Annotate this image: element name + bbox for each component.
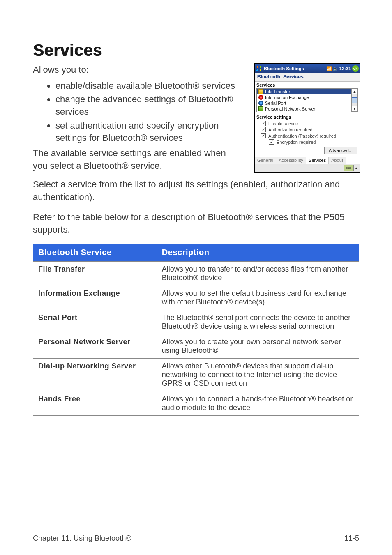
page-heading: Services	[33, 41, 359, 60]
table-row: Information ExchangeAllows you to set th…	[33, 286, 359, 310]
table-cell-description: The Bluetooth® serial port connects the …	[157, 310, 359, 334]
footer-page-number: 11-5	[344, 534, 359, 543]
folder-icon	[258, 89, 263, 94]
table-cell-service-name: Dial-up Networking Server	[33, 359, 157, 391]
footer-chapter: Chapter 11: Using Bluetooth®	[33, 534, 131, 543]
ppc-tab[interactable]: Accessibility	[276, 157, 306, 164]
checkbox[interactable]: ✓	[261, 133, 266, 138]
table-cell-description: Allows you to set the default business c…	[157, 286, 359, 310]
ppc-app-title: Bluetooth Settings	[264, 66, 326, 71]
table-cell-service-name: Serial Port	[33, 310, 157, 334]
pocketpc-screenshot: Bluetooth Settings 📶 🔈 12:31 ok Bluetoot…	[254, 64, 360, 173]
table-row: Personal Network ServerAllows you to cre…	[33, 334, 359, 359]
ppc-bottom-bar: ⌨ ▲	[255, 164, 360, 172]
ppc-subtitle: Bluetooth: Services	[255, 73, 360, 82]
service-setting-row: ✓Authentication (Passkey) required	[255, 133, 360, 139]
volume-icon: 🔈	[333, 66, 339, 71]
ppc-tab[interactable]: Services	[306, 157, 329, 164]
table-row: Dial-up Networking ServerAllows other Bl…	[33, 359, 359, 391]
scroll-down-icon[interactable]: ▼	[352, 106, 357, 112]
signal-icon: 📶	[326, 66, 332, 71]
table-cell-description: Allows other Bluetooth® devices that sup…	[157, 359, 359, 391]
service-list-item-label: Information Exchange	[265, 95, 309, 100]
ppc-tabstrip: GeneralAccessibilityServicesAbout	[255, 157, 360, 164]
service-setting-row: ✓Encryption required	[255, 139, 360, 145]
service-settings-label: Service settings	[255, 114, 360, 120]
service-setting-row: ✓Authorization required	[255, 127, 360, 133]
sip-arrow-icon[interactable]: ▲	[354, 166, 359, 170]
sip-keyboard-icon[interactable]: ⌨	[344, 165, 354, 171]
table-cell-description: Allows you to transfer to and/or access …	[157, 262, 359, 286]
para-refer-table: Refer to the table below for a descripti…	[33, 211, 359, 237]
advanced-button[interactable]: Advanced...	[324, 147, 357, 154]
service-list-item-label: Personal Network Server	[265, 106, 315, 111]
table-header-service: Bluetooth Service	[33, 244, 157, 262]
scroll-up-icon[interactable]: ▲	[352, 89, 357, 94]
table-row: File TransferAllows you to transfer to a…	[33, 262, 359, 286]
table-cell-service-name: File Transfer	[33, 262, 157, 286]
checkbox-label: Encryption required	[277, 140, 316, 145]
list-scrollbar[interactable]: ▲ ▼	[351, 89, 357, 112]
table-cell-description: Allows you to create your own personal n…	[157, 334, 359, 359]
services-listbox[interactable]: File TransferInformation ExchangeSerial …	[256, 88, 358, 112]
table-cell-service-name: Hands Free	[33, 391, 157, 416]
para-select-service: Select a service from the list to adjust…	[33, 178, 359, 204]
bullet-item: change the advanced settings of Bluetoot…	[55, 93, 243, 117]
ppc-tab[interactable]: About	[329, 157, 346, 164]
ppc-title-bar: Bluetooth Settings 📶 🔈 12:31 ok	[255, 64, 360, 73]
para-available-settings: The available service settings are enabl…	[33, 147, 243, 173]
feature-bullets: enable/disable available Bluetooth® serv…	[33, 80, 243, 144]
serial-icon	[258, 101, 263, 106]
service-list-item-label: File Transfer	[265, 89, 290, 94]
service-list-item[interactable]: Serial Port	[257, 100, 357, 106]
checkbox-label: Authentication (Passkey) required	[268, 134, 336, 138]
table-row: Serial PortThe Bluetooth® serial port co…	[33, 310, 359, 334]
ppc-clock: 12:31	[339, 66, 351, 71]
services-group-label: Services	[255, 82, 360, 88]
checkbox-label: Authorization required	[268, 127, 313, 132]
ok-button[interactable]: ok	[352, 65, 359, 72]
service-setting-row: ✓Enable service	[255, 120, 360, 127]
checkbox[interactable]: ✓	[261, 127, 266, 132]
table-header-description: Description	[157, 244, 359, 262]
checkbox-label: Enable service	[268, 121, 298, 126]
table-cell-description: Allows you to connect a hands-free Bluet…	[157, 391, 359, 416]
services-description-table: Bluetooth Service Description File Trans…	[33, 244, 359, 416]
ppc-tab[interactable]: General	[255, 157, 276, 164]
net-icon	[258, 106, 263, 111]
intro-line: Allows you to:	[33, 64, 243, 76]
bullet-item: set authentication and specify encryptio…	[55, 120, 243, 144]
table-row: Hands FreeAllows you to connect a hands-…	[33, 391, 359, 416]
bullet-item: enable/disable available Bluetooth® serv…	[55, 80, 243, 92]
info-icon	[258, 95, 263, 100]
table-cell-service-name: Personal Network Server	[33, 334, 157, 359]
service-list-item[interactable]: File Transfer	[257, 89, 357, 94]
service-list-item[interactable]: Information Exchange	[257, 94, 357, 100]
footer-rule	[33, 530, 359, 530]
checkbox[interactable]: ✓	[269, 139, 274, 145]
checkbox[interactable]: ✓	[261, 121, 266, 126]
scroll-thumb[interactable]	[352, 97, 357, 103]
start-icon[interactable]	[256, 65, 262, 72]
table-cell-service-name: Information Exchange	[33, 286, 157, 310]
service-list-item-label: Serial Port	[265, 101, 286, 106]
service-list-item[interactable]: Personal Network Server	[257, 106, 357, 112]
